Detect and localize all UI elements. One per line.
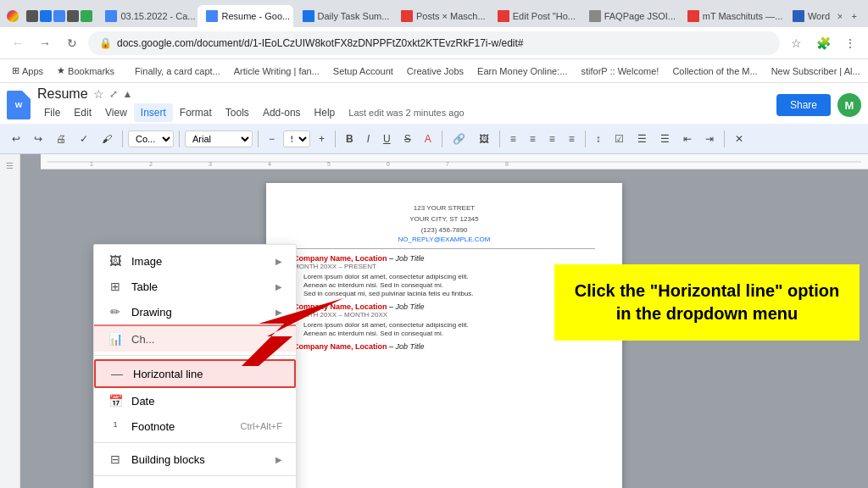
bm-article[interactable]: Article Writing | fan...: [229, 64, 325, 78]
svg-text:8: 8: [505, 161, 509, 167]
menu-insert[interactable]: Insert: [134, 103, 173, 122]
font-size-increase[interactable]: +: [314, 130, 330, 147]
dd-footnote[interactable]: ¹ Footnote Ctrl+Alt+F: [94, 413, 296, 439]
strikethrough-button[interactable]: S: [399, 130, 416, 147]
font-size-select[interactable]: 9: [283, 130, 310, 147]
new-tab-button[interactable]: +: [843, 5, 865, 27]
doc-job-1-dates: MONTH 20XX – PRESENT: [293, 263, 595, 270]
bm-apps[interactable]: ⊞ Apps: [7, 64, 48, 78]
align-center-button[interactable]: ≡: [525, 130, 541, 147]
forward-button[interactable]: →: [34, 32, 56, 54]
doc-title: Resume: [37, 86, 88, 102]
decrease-indent-button[interactable]: ⇤: [678, 130, 697, 147]
bullet-list-button[interactable]: ☰: [632, 130, 652, 147]
extensions-button[interactable]: 🧩: [812, 32, 834, 54]
spellcheck-button[interactable]: ✓: [75, 130, 93, 147]
redo-button[interactable]: ↪: [29, 130, 47, 147]
dd-special-chars[interactable]: Ω Special characters: [94, 480, 296, 488]
doc-bullet-item: Lorem ipsum dolor sit amet, consectetur …: [303, 273, 595, 280]
font-size-decrease[interactable]: −: [264, 130, 280, 147]
increase-indent-button[interactable]: ⇥: [700, 130, 719, 147]
clear-format-button[interactable]: ✕: [730, 130, 748, 147]
image-button[interactable]: 🖼: [474, 130, 494, 147]
svg-text:2: 2: [149, 161, 153, 167]
bm-stiforp[interactable]: stiforP :: Welcome!: [576, 64, 664, 78]
share-button[interactable]: Share: [776, 94, 831, 116]
bm-bookmarks[interactable]: ★ Bookmarks: [52, 64, 120, 78]
bookmark-page-button[interactable]: ☆: [785, 32, 807, 54]
doc-bullet-item: Aenean ac interdum nisi. Sed in consequa…: [303, 281, 595, 289]
print-button[interactable]: 🖨: [51, 130, 71, 147]
menu-addons[interactable]: Add-ons: [256, 103, 308, 122]
gdrive-icon[interactable]: ▲: [123, 88, 133, 100]
svg-text:6: 6: [387, 161, 390, 167]
align-right-button[interactable]: ≡: [544, 130, 560, 147]
bm-creative[interactable]: Creative Jobs: [402, 64, 469, 78]
tab-8[interactable]: Word ✕: [784, 5, 842, 27]
italic-button[interactable]: I: [362, 130, 375, 147]
bm-card[interactable]: Finally, a card capt...: [130, 64, 225, 78]
tab-7[interactable]: mT Maschituts —... ✕: [679, 5, 783, 27]
content-area: ☰ 1 2 3 4 5 6: [0, 154, 868, 488]
svg-text:1: 1: [90, 161, 93, 167]
menu-help[interactable]: Help: [308, 103, 342, 122]
menu-view[interactable]: View: [98, 103, 134, 122]
font-select[interactable]: Arial: [185, 130, 253, 147]
tab-4[interactable]: Posts × Masch... ✕: [392, 5, 488, 27]
doc-job-1-header: Company Name, Location – Job Title: [293, 254, 595, 263]
checklist-button[interactable]: ☑: [609, 130, 629, 147]
bm-collection[interactable]: Collection of the M...: [667, 64, 762, 78]
bold-button[interactable]: B: [341, 130, 359, 147]
menu-file[interactable]: File: [37, 103, 67, 122]
reload-button[interactable]: ↻: [61, 32, 83, 54]
doc-address-block: 123 YOUR STREET YOUR CITY, ST 12345 (123…: [293, 203, 595, 243]
tab-2[interactable]: Resume - Goo... ✕: [198, 5, 292, 27]
tab-6[interactable]: FAQPage JSOI... ✕: [581, 5, 678, 27]
tab-8-close[interactable]: ✕: [837, 12, 842, 21]
menu-button[interactable]: ⋮: [839, 32, 861, 54]
tab-5[interactable]: Edit Post "Ho... ✕: [489, 5, 580, 27]
docs-app: W Resume ☆ ⤢ ▲ File Edit View Insert For: [0, 83, 868, 488]
svg-text:4: 4: [268, 161, 271, 167]
star-icon[interactable]: ☆: [93, 87, 104, 101]
move-icon[interactable]: ⤢: [109, 88, 118, 100]
address-input[interactable]: [117, 37, 769, 49]
menu-format[interactable]: Format: [173, 103, 219, 122]
special-chars-icon: Ω: [108, 485, 123, 488]
tab-1[interactable]: 03.15.2022 - Ca... ✕: [97, 5, 197, 27]
user-avatar[interactable]: M: [837, 93, 861, 117]
outline-icon[interactable]: ☰: [6, 161, 14, 170]
menu-tools[interactable]: Tools: [219, 103, 256, 122]
undo-button[interactable]: ↩: [7, 130, 25, 147]
style-select[interactable]: Co...: [128, 130, 174, 147]
address-bar[interactable]: 🔒: [88, 31, 780, 55]
doc-bullet-item: Sed in consequat mi, sed pulvinar lacini…: [303, 290, 595, 297]
line-spacing-button[interactable]: ↕: [591, 130, 606, 147]
callout-text: Click the "Horizontal line" option in th…: [571, 280, 843, 325]
text-color-button[interactable]: A: [420, 130, 437, 147]
dd-building-blocks[interactable]: ⊟ Building blocks ▶: [94, 446, 296, 472]
bm-setup[interactable]: Setup Account: [328, 64, 398, 78]
doc-address-line3: (123) 456-7890: [293, 225, 595, 236]
bm-earn[interactable]: Earn Money Online:...: [472, 64, 572, 78]
sidebar-panel: ☰: [0, 154, 20, 488]
nav-bar: ← → ↻ 🔒 ☆ 🧩 ⋮: [0, 27, 868, 59]
menu-edit[interactable]: Edit: [67, 103, 98, 122]
align-justify-button[interactable]: ≡: [564, 130, 580, 147]
tab-bar: 03.15.2022 - Ca... ✕ Resume - Goo... ✕ D…: [0, 0, 868, 27]
bm-subscriber[interactable]: New Subscriber | Al...: [766, 64, 865, 78]
ruler-svg: 1 2 3 4 5 6 7 8: [47, 156, 861, 168]
align-left-button[interactable]: ≡: [505, 130, 521, 147]
doc-email: NO_REPLY@EXAMPLE.COM: [293, 236, 595, 243]
num-list-button[interactable]: ☰: [655, 130, 675, 147]
back-button[interactable]: ←: [7, 32, 29, 54]
tab-3[interactable]: Daily Task Sum... ✕: [294, 5, 392, 27]
table-icon: ⊞: [108, 279, 123, 294]
link-button[interactable]: 🔗: [448, 130, 470, 147]
doc-job-3-title: Job Title: [396, 342, 425, 351]
dd-date[interactable]: 📅 Date: [94, 388, 296, 413]
dd-image[interactable]: 🖼 Image ▶: [94, 248, 296, 274]
docs-icon: W: [7, 91, 31, 119]
paint-format-button[interactable]: 🖌: [97, 130, 117, 147]
underline-button[interactable]: U: [378, 130, 396, 147]
